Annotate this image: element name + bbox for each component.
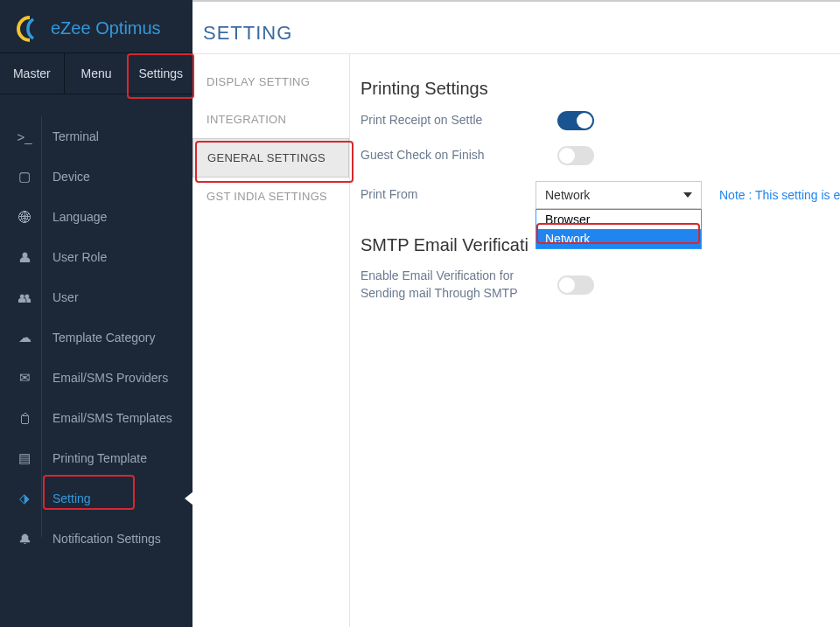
sidebar-item-user[interactable]: 👥︎ User [0,277,192,317]
user-role-icon: 👤︎ [16,248,33,266]
logo-icon [16,15,44,43]
language-icon: 🌐︎ [16,208,33,226]
setting-row-receipt: Print Receipt on Settle [360,111,830,130]
toggle-smtp[interactable] [557,275,594,295]
bell-icon: 🔔︎ [16,530,33,547]
templates-icon: 📋︎ [16,409,33,427]
settings-content: Printing Settings Print Receipt on Settl… [350,54,840,627]
settings-nav-integration[interactable]: INTEGRATION [192,101,349,138]
sidebar-item-email-sms-templates[interactable]: 📋︎ Email/SMS Templates [0,398,192,438]
sidebar: eZee Optimus Master Menu Settings >_ Ter… [0,0,192,627]
user-icon: 👥︎ [16,289,33,306]
sidebar-item-template-category[interactable]: ☁︎ Template Category [0,317,192,358]
template-category-icon: ☁︎ [16,329,33,346]
top-nav: Master Menu Settings [0,52,192,94]
settings-nav: DISPLAY SETTING INTEGRATION GENERAL SETT… [192,54,350,627]
setting-icon: ⬗ [16,490,33,507]
sidebar-item-setting[interactable]: ⬗ Setting [0,478,192,519]
setting-row-printfrom: Print From Network Browser Network Note … [360,181,830,209]
top-nav-menu[interactable]: Menu [65,53,130,94]
main-header: SETTING [192,2,840,54]
printfrom-dropdown[interactable]: Network [536,181,702,209]
settings-nav-display[interactable]: DISPLAY SETTING [192,63,349,101]
settings-nav-gst[interactable]: GST INDIA SETTINGS [192,178,349,215]
sidebar-item-language[interactable]: 🌐︎ Language [0,197,192,237]
dropdown-value: Network [545,188,590,202]
sidebar-item-notification-settings[interactable]: 🔔︎ Notification Settings [0,519,192,559]
top-nav-master[interactable]: Master [0,53,65,94]
dropdown-option-browser[interactable]: Browser [536,210,701,229]
content-area: DISPLAY SETTING INTEGRATION GENERAL SETT… [192,54,840,627]
toggle-guest[interactable] [557,146,594,165]
printing-template-icon: ▤ [16,449,33,467]
main-panel: SETTING DISPLAY SETTING INTEGRATION GENE… [192,0,840,627]
toggle-receipt[interactable] [557,111,594,130]
top-nav-settings[interactable]: Settings [129,53,192,94]
printfrom-label: Print From [360,186,536,204]
sidebar-list: >_ Terminal ▢ Device 🌐︎ Language 👤︎ User… [0,94,192,559]
terminal-icon: >_ [16,128,33,145]
toggle-knob-icon [559,277,575,293]
printfrom-dropdown-menu: Browser Network [536,209,702,249]
smtp-enable-label: Enable Email Verification for Sending ma… [360,268,536,302]
sidebar-item-email-sms-providers[interactable]: ✉︎ Email/SMS Providers [0,358,192,398]
logo-area: eZee Optimus [0,0,192,52]
note-text: Note : This setting is e [719,188,840,202]
page-title: SETTING [203,22,292,45]
toggle-knob-icon [559,148,575,164]
email-icon: ✉︎ [16,369,33,387]
setting-row-guest: Guest Check on Finish [360,146,830,165]
receipt-label: Print Receipt on Settle [360,112,536,129]
toggle-knob-icon [577,113,592,129]
settings-nav-general[interactable]: GENERAL SETTINGS [192,138,349,178]
device-icon: ▢ [16,168,33,185]
setting-row-smtp: Enable Email Verification for Sending ma… [360,268,830,302]
chevron-down-icon [683,192,692,198]
dropdown-option-network[interactable]: Network [536,229,701,248]
guest-label: Guest Check on Finish [360,147,536,164]
sidebar-item-printing-template[interactable]: ▤ Printing Template [0,438,192,478]
sidebar-item-user-role[interactable]: 👤︎ User Role [0,237,192,277]
sidebar-item-terminal[interactable]: >_ Terminal [0,116,192,157]
printing-section-title: Printing Settings [360,79,830,99]
logo-text: eZee Optimus [51,18,161,38]
printfrom-dropdown-container: Network Browser Network [536,181,702,209]
sidebar-item-device[interactable]: ▢ Device [0,157,192,197]
